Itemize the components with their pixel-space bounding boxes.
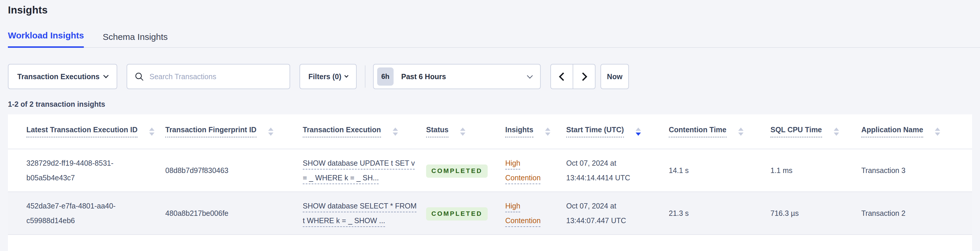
column-header-application-name[interactable]: Application Name bbox=[861, 114, 972, 149]
cell-transaction-execution: SHOW database UPDATE t SET v = _ WHERE k… bbox=[303, 149, 426, 192]
transaction-insights-table: Latest Transaction Execution ID Transact… bbox=[8, 114, 972, 235]
results-summary: 1-2 of 2 transaction insights bbox=[8, 100, 972, 109]
time-range-picker[interactable]: 6h Past 6 Hours bbox=[373, 64, 541, 89]
search-icon bbox=[134, 72, 144, 82]
chevron-left-icon bbox=[558, 72, 567, 81]
cell-fingerprint-id: 08d8b7d97f830463 bbox=[165, 149, 303, 192]
transaction-type-dropdown[interactable]: Transaction Executions bbox=[8, 64, 117, 89]
insight-link-high-contention[interactable]: High Contention bbox=[505, 202, 541, 225]
column-header-start-time[interactable]: Start Time (UTC) bbox=[566, 114, 669, 149]
time-prev-button[interactable] bbox=[550, 64, 573, 89]
filters-dropdown[interactable]: Filters (0) bbox=[299, 64, 356, 89]
cell-status: COMPLETED bbox=[426, 192, 505, 235]
page-title: Insights bbox=[8, 4, 972, 16]
filters-label: Filters (0) bbox=[308, 72, 341, 81]
chevron-down-icon bbox=[344, 73, 348, 77]
column-header-latest-execution-id[interactable]: Latest Transaction Execution ID bbox=[8, 114, 165, 149]
insights-page: Insights Workload Insights Schema Insigh… bbox=[0, 0, 980, 251]
cell-start-time: Oct 07, 2024 at 13:44:14.4414 UTC bbox=[566, 149, 669, 192]
cell-latest-execution-id: 328729d2-ff19-4408-8531-b05a5b4e43c7 bbox=[8, 149, 165, 192]
chevron-right-icon bbox=[579, 72, 587, 81]
column-header-sql-cpu-time[interactable]: SQL CPU Time bbox=[770, 114, 861, 149]
sort-carets-icon[interactable] bbox=[393, 128, 398, 136]
toolbar: Transaction Executions Filters (0) 6h Pa… bbox=[8, 64, 972, 89]
column-header-transaction-execution[interactable]: Transaction Execution bbox=[303, 114, 426, 149]
cell-fingerprint-id: 480a8b217be006fe bbox=[165, 192, 303, 235]
table-header-row: Latest Transaction Execution ID Transact… bbox=[8, 114, 972, 149]
chevron-down-icon bbox=[527, 73, 533, 78]
cell-insights: High Contention bbox=[505, 192, 566, 235]
sort-carets-icon[interactable] bbox=[636, 128, 641, 136]
chevron-down-icon bbox=[103, 73, 108, 78]
tab-workload-insights[interactable]: Workload Insights bbox=[8, 30, 84, 48]
cell-contention-time: 21.3 s bbox=[669, 192, 770, 235]
column-header-status[interactable]: Status bbox=[426, 114, 505, 149]
cell-contention-time: 14.1 s bbox=[669, 149, 770, 192]
sort-carets-icon[interactable] bbox=[935, 128, 940, 136]
transaction-type-label: Transaction Executions bbox=[17, 72, 100, 81]
sort-carets-icon[interactable] bbox=[460, 128, 465, 136]
now-button[interactable]: Now bbox=[600, 64, 629, 89]
transaction-statement-link[interactable]: SHOW database UPDATE t SET v = _ WHERE k… bbox=[303, 159, 415, 182]
column-header-fingerprint-id[interactable]: Transaction Fingerprint ID bbox=[165, 114, 303, 149]
sort-carets-icon[interactable] bbox=[545, 128, 550, 136]
status-badge: COMPLETED bbox=[426, 207, 488, 221]
table-row: 452da3e7-e7fa-4801-aa40-c59988d14eb6 480… bbox=[8, 192, 972, 235]
table-row: 328729d2-ff19-4408-8531-b05a5b4e43c7 08d… bbox=[8, 149, 972, 192]
sort-carets-icon[interactable] bbox=[268, 128, 274, 136]
sort-carets-icon[interactable] bbox=[149, 128, 154, 136]
cell-sql-cpu-time: 1.1 ms bbox=[770, 149, 861, 192]
time-next-button[interactable] bbox=[573, 64, 595, 89]
column-header-contention-time[interactable]: Contention Time bbox=[669, 114, 770, 149]
cell-transaction-execution: SHOW database SELECT * FROM t WHERE k = … bbox=[303, 192, 426, 235]
time-range-pager bbox=[550, 64, 595, 89]
sort-carets-icon[interactable] bbox=[834, 128, 839, 136]
cell-application-name: Transaction 3 bbox=[861, 149, 972, 192]
transaction-statement-link[interactable]: SHOW database SELECT * FROM t WHERE k = … bbox=[303, 202, 417, 225]
time-range-badge: 6h bbox=[377, 67, 394, 86]
cell-latest-execution-id: 452da3e7-e7fa-4801-aa40-c59988d14eb6 bbox=[8, 192, 165, 235]
search-box bbox=[127, 64, 290, 89]
status-badge: COMPLETED bbox=[426, 165, 488, 178]
column-header-insights[interactable]: Insights bbox=[505, 114, 566, 149]
cell-insights: High Contention bbox=[505, 149, 566, 192]
time-range-label: Past 6 Hours bbox=[401, 72, 528, 81]
search-input[interactable] bbox=[150, 72, 283, 81]
cell-start-time: Oct 07, 2024 at 13:44:07.447 UTC bbox=[566, 192, 669, 235]
cell-status: COMPLETED bbox=[426, 149, 505, 192]
insights-table-card: Latest Transaction Execution ID Transact… bbox=[8, 114, 972, 251]
insight-link-high-contention[interactable]: High Contention bbox=[505, 159, 541, 182]
cell-sql-cpu-time: 716.3 µs bbox=[770, 192, 861, 235]
tab-schema-insights[interactable]: Schema Insights bbox=[103, 32, 168, 48]
tab-bar: Workload Insights Schema Insights bbox=[8, 30, 980, 48]
cell-application-name: Transaction 2 bbox=[861, 192, 972, 235]
toolbar-divider bbox=[365, 66, 366, 88]
sort-carets-icon[interactable] bbox=[738, 128, 743, 136]
